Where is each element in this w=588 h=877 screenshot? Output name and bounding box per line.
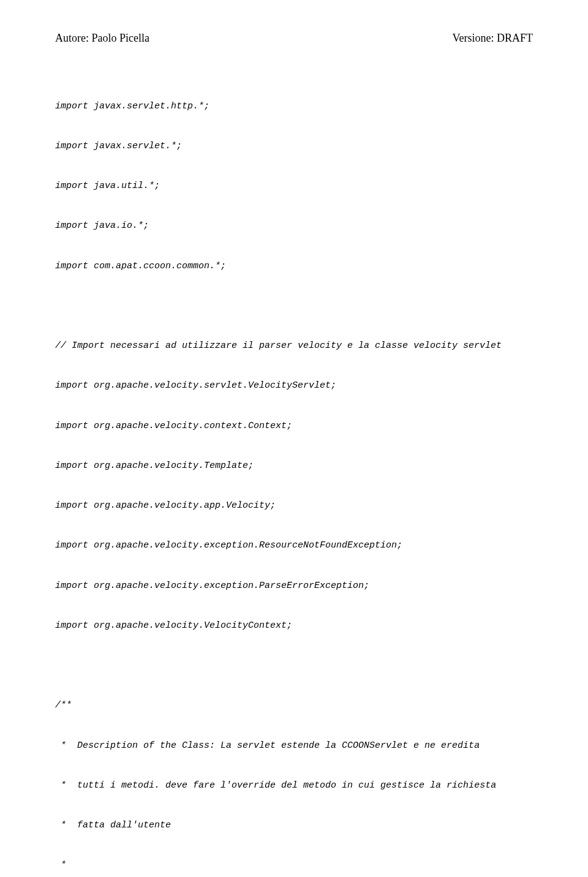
code-line: import org.apache.velocity.context.Conte… (55, 420, 533, 433)
code-line: * Description of the Class: La servlet e… (55, 739, 533, 753)
code-line: import java.util.*; (55, 179, 533, 193)
code-line: import org.apache.velocity.exception.Res… (55, 539, 533, 552)
code-line: import org.apache.velocity.VelocityConte… (55, 619, 533, 633)
code-line: * tutti i metodi. deve fare l'override d… (55, 779, 533, 792)
code-line: /** (55, 699, 533, 712)
code-line: import javax.servlet.http.*; (55, 100, 533, 113)
document-page: Autore: Paolo Picella Versione: DRAFT im… (0, 0, 588, 877)
code-line: import org.apache.velocity.exception.Par… (55, 579, 533, 593)
code-line: import javax.servlet.*; (55, 140, 533, 153)
page-header: Autore: Paolo Picella Versione: DRAFT (55, 32, 533, 45)
code-line: // Import necessari ad utilizzare il par… (55, 339, 533, 353)
blank-line (55, 299, 533, 313)
author-label: Autore: Paolo Picella (55, 32, 149, 45)
code-line: import org.apache.velocity.servlet.Veloc… (55, 379, 533, 393)
code-block: import javax.servlet.http.*; import java… (55, 73, 533, 877)
code-line: * fatta dall'utente (55, 819, 533, 832)
version-label: Versione: DRAFT (453, 32, 533, 45)
code-line: import org.apache.velocity.app.Velocity; (55, 499, 533, 513)
code-line: import java.io.*; (55, 219, 533, 233)
blank-line (55, 659, 533, 672)
code-line: import com.apat.ccoon.common.*; (55, 260, 533, 273)
code-line: * (55, 859, 533, 872)
code-line: import org.apache.velocity.Template; (55, 459, 533, 473)
